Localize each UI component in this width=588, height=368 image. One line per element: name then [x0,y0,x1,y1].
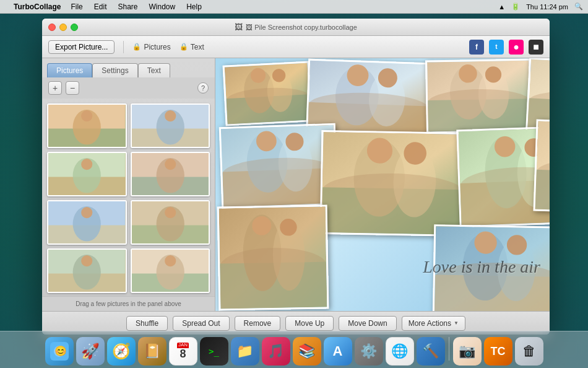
sidebar-photo-4[interactable] [131,152,210,196]
svg-rect-97 [220,262,327,309]
svg-point-23 [165,207,176,218]
safari-icon: 🧭 [112,343,131,360]
svg-point-7 [165,110,176,121]
toolbar-separator [123,41,124,53]
tab-text[interactable]: Text [138,63,170,77]
svg-text:😊: 😊 [54,345,67,357]
menu-bar: TurboCollage File Edit Share Window Help… [0,0,588,14]
sidebar-photo-2[interactable] [131,103,210,148]
dock-item-safari[interactable]: 🧭 [107,337,136,366]
dock-item-xcode[interactable]: 🔨 [417,337,445,366]
close-button[interactable] [48,24,56,31]
menu-window[interactable]: Window [148,2,177,11]
collage-photo-8[interactable] [533,119,550,215]
system-prefs-icon: ⚙️ [360,343,377,359]
sidebar-photo-6[interactable] [131,200,210,245]
dock-item-system-preferences[interactable]: ⚙️ [355,337,383,366]
menu-help[interactable]: Help [185,2,203,11]
tab-pictures[interactable]: Pictures [47,63,92,77]
dock-item-migration[interactable]: 📁 [231,337,259,366]
terminal-icon: >_ [209,346,219,356]
minimize-button[interactable] [59,24,67,31]
dock-item-launchpad[interactable]: 🚀 [76,337,105,366]
dock-item-terminal[interactable]: >_ [200,337,228,366]
more-actions-button[interactable]: More Actions ▼ [402,316,465,331]
wifi-icon: ▲ [498,3,505,11]
remove-photo-button[interactable]: − [66,81,79,95]
migration-icon: 📁 [236,343,253,359]
search-icon[interactable]: 🔍 [574,2,583,11]
svg-rect-48 [225,63,311,125]
battery-icon: 🔋 [511,2,520,11]
maximize-button[interactable] [71,24,78,31]
sidebar-photo-7[interactable] [47,248,127,293]
shuffle-button[interactable]: Shuffle [126,316,168,331]
collage-photo-10[interactable] [433,224,550,311]
toolbar: Export Picture... 🔒 Pictures 🔒 Text f t … [42,36,550,58]
sidebar-photo-8[interactable] [131,248,210,293]
title-bar: 🖼 🖼 Pile Screenshot copy.turbocollage [42,19,550,36]
svg-point-19 [81,207,92,218]
calendar-icon: JAN8 [177,343,189,361]
move-down-button[interactable]: Move Down [339,316,396,331]
svg-rect-91 [535,170,550,214]
launchpad-icon: 🚀 [81,343,100,360]
collage-canvas[interactable]: Love is in the air [215,58,550,311]
dock-item-appstore[interactable]: A [324,337,352,366]
dock-item-notes[interactable]: 📔 [138,337,166,366]
menu-share[interactable]: Share [116,2,139,11]
ibooks-icon: 📚 [298,343,315,359]
collage-photo-1[interactable] [223,61,313,126]
notes-icon: 📔 [144,343,160,359]
facebook-share-button[interactable]: f [469,40,484,55]
dropdown-arrow-icon: ▼ [454,320,459,326]
datetime-display: Thu 11:24 pm [526,3,568,11]
flickr-share-button[interactable]: ● [509,40,524,55]
sidebar-photo-1[interactable] [47,103,127,148]
svg-point-27 [81,255,92,266]
turbocollage-icon: TC [491,345,506,358]
sidebar-photo-5[interactable] [47,200,127,245]
sidebar: Pictures Settings Text + − ? [42,58,215,311]
menu-edit[interactable]: Edit [93,2,108,11]
dock-item-ibooks[interactable]: 📚 [293,337,321,366]
app-name-menu[interactable]: TurboCollage [14,2,61,11]
twitter-share-button[interactable]: t [489,40,504,55]
tab-settings[interactable]: Settings [92,63,137,77]
dock-item-trash[interactable]: 🗑 [515,337,543,366]
dock-item-finder[interactable]: 😊 [45,337,74,366]
sidebar-photo-3[interactable] [47,152,127,196]
svg-rect-103 [435,274,550,311]
trash-icon: 🗑 [522,343,536,359]
content-area: Pictures Settings Text + − ? [42,58,550,311]
remove-button[interactable]: Remove [235,316,281,331]
extra-share-button[interactable]: ■ [529,40,543,55]
sidebar-tab-group: Pictures Settings Text [42,58,215,77]
collage-photo-3[interactable] [425,59,532,134]
photos-icon: 📷 [459,343,475,359]
svg-point-11 [81,159,92,170]
svg-rect-90 [535,121,550,214]
dock-item-chrome[interactable]: 🌐 [386,337,414,366]
dock-item-photos[interactable]: 📷 [453,337,482,366]
lock-text-icon: 🔒 [179,43,188,51]
add-photo-button[interactable]: + [48,81,62,95]
move-up-button[interactable]: Move Up [285,316,334,331]
collage-photo-9[interactable] [217,204,329,310]
social-share-group: f t ● ■ [469,40,543,55]
window-title-icon: 🖼 [235,22,243,32]
lock-group: 🔒 Pictures 🔒 Text [132,43,204,51]
chrome-icon: 🌐 [391,343,408,359]
text-lock-item[interactable]: 🔒 Text [179,43,204,51]
collage-photo-6[interactable] [320,130,467,237]
dock-item-itunes[interactable]: 🎵 [262,337,290,366]
export-picture-button[interactable]: Export Picture... [48,40,115,54]
help-button[interactable]: ? [197,82,209,94]
photo-grid [42,99,215,296]
spread-out-button[interactable]: Spread Out [173,316,229,331]
dock-item-turbocollage[interactable]: TC [484,337,512,366]
dock-item-calendar[interactable]: JAN8 [169,337,197,366]
pictures-lock-item[interactable]: 🔒 Pictures [132,43,170,51]
menu-file[interactable]: File [69,2,84,11]
svg-rect-72 [221,125,336,207]
